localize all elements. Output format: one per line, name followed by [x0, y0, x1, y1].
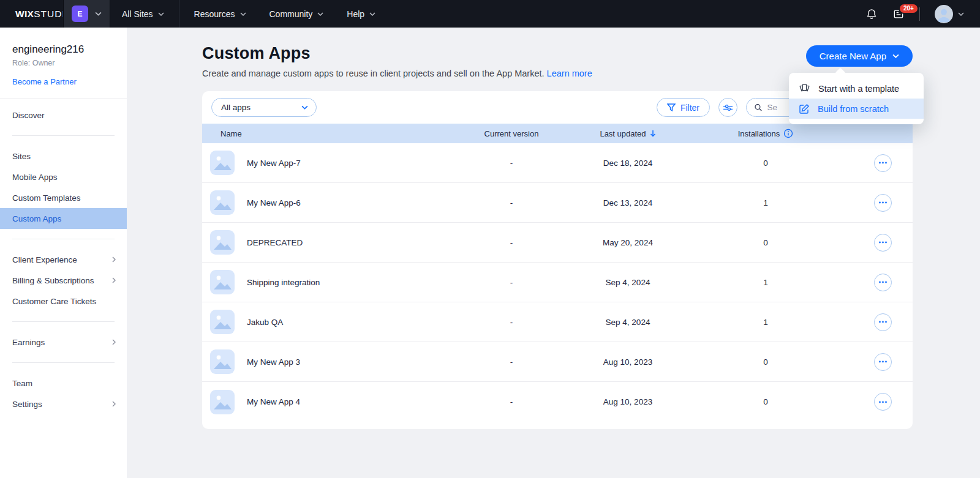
account-role: Role: Owner	[12, 59, 115, 67]
page-subtitle: Create and manage custom apps to reuse i…	[202, 69, 592, 78]
sidebar-divider	[12, 362, 115, 363]
sidebar-item-label: Settings	[12, 400, 42, 409]
row-actions-button[interactable]	[874, 274, 892, 291]
sidebar-item-earnings[interactable]: Earnings	[0, 332, 127, 353]
chevron-down-icon	[892, 54, 899, 58]
sidebar-item-billing-subscriptions[interactable]: Billing & Subscriptions	[0, 270, 127, 291]
ellipsis-icon	[879, 401, 887, 403]
account-menu-button[interactable]	[935, 5, 964, 23]
sidebar-item-label: Team	[12, 379, 32, 388]
app-version: -	[466, 357, 557, 367]
menu-item-label: Start with a template	[818, 84, 899, 94]
filter-button-label: Filter	[680, 103, 699, 113]
sidebar-item-custom-templates[interactable]: Custom Templates	[0, 187, 127, 208]
sidebar-divider	[12, 135, 115, 136]
topbar: WIXSTUDIO E All Sites Resources Communit…	[0, 0, 980, 28]
sidebar-item-sites[interactable]: Sites	[0, 146, 127, 166]
app-thumbnail-image-icon	[210, 390, 235, 414]
sidebar-group-org: Team Settings	[0, 367, 127, 420]
app-thumbnail-image-icon	[210, 310, 235, 334]
app-version: -	[466, 159, 557, 168]
sidebar-item-label: Custom Templates	[12, 193, 81, 203]
app-last-updated: Sep 4, 2024	[557, 318, 698, 327]
ellipsis-icon	[879, 321, 887, 323]
row-actions-button[interactable]	[874, 393, 892, 411]
apps-table-card: All apps Filter Name Current v	[202, 91, 913, 429]
sidebar-item-label: Custom Apps	[12, 214, 61, 223]
table-row[interactable]: My New App-7 - Dec 18, 2024 0	[202, 143, 913, 183]
column-header-last-updated[interactable]: Last updated	[557, 129, 698, 138]
topnav-label: Help	[347, 9, 364, 19]
menu-item-build-from-scratch[interactable]: Build from scratch	[789, 99, 924, 119]
chevron-down-icon	[317, 12, 323, 16]
sidebar-item-client-experience[interactable]: Client Experience	[0, 249, 127, 270]
create-new-app-button[interactable]: Create New App	[806, 45, 913, 67]
column-header-current-version[interactable]: Current version	[466, 129, 557, 138]
topnav-resources[interactable]: Resources	[183, 0, 258, 28]
row-actions-button[interactable]	[874, 194, 892, 212]
app-version: -	[466, 198, 557, 207]
sidebar-item-customer-care-tickets[interactable]: Customer Care Tickets	[0, 291, 127, 312]
table-row[interactable]: Jakub QA - Sep 4, 2024 1	[202, 302, 913, 342]
funnel-icon	[667, 103, 676, 111]
sidebar-item-settings[interactable]: Settings	[0, 394, 127, 414]
app-last-updated: Aug 10, 2023	[557, 357, 698, 367]
template-fan-icon	[799, 84, 810, 93]
table-row[interactable]: DEPRECATED - May 20, 2024 0	[202, 223, 913, 263]
ellipsis-icon	[879, 162, 887, 164]
app-thumbnail-image-icon	[210, 151, 235, 175]
topnav-all-sites[interactable]: All Sites	[110, 0, 179, 28]
row-actions-button[interactable]	[874, 353, 892, 371]
become-a-partner-link[interactable]: Become a Partner	[12, 77, 115, 86]
menu-item-label: Build from scratch	[818, 104, 889, 114]
sidebar-item-team[interactable]: Team	[0, 373, 127, 394]
chevron-right-icon	[112, 277, 116, 283]
learn-more-link[interactable]: Learn more	[547, 69, 592, 78]
row-actions-button[interactable]	[874, 154, 892, 172]
topnav-label: All Sites	[122, 9, 153, 19]
column-header-label: Current version	[484, 129, 539, 138]
app-name: My New App-7	[247, 159, 301, 168]
sidebar: engineering216 Role: Owner Become a Part…	[0, 28, 127, 478]
menu-item-start-with-template[interactable]: Start with a template	[789, 78, 924, 99]
app-thumbnail-image-icon	[210, 190, 235, 215]
row-actions-button[interactable]	[874, 234, 892, 252]
apps-filter-select[interactable]: All apps	[211, 98, 317, 117]
app-name: DEPRECATED	[247, 238, 303, 247]
app-last-updated: Aug 10, 2023	[557, 397, 698, 406]
app-name: My New App-6	[247, 198, 301, 207]
app-last-updated: Sep 4, 2024	[557, 278, 698, 287]
view-options-button[interactable]	[718, 98, 737, 117]
app-thumbnail-image-icon	[210, 349, 235, 374]
avatar	[935, 5, 953, 23]
sidebar-item-custom-apps[interactable]: Custom Apps	[0, 208, 127, 229]
app-thumbnail-image-icon	[210, 270, 235, 294]
column-header-installations[interactable]: Installations	[698, 129, 833, 138]
app-name: My New App 3	[247, 357, 300, 367]
info-icon[interactable]	[783, 129, 793, 138]
sidebar-group-clients: Client Experience Billing & Subscription…	[0, 244, 127, 317]
column-header-name[interactable]: Name	[202, 129, 466, 138]
table-row[interactable]: My New App 4 - Aug 10, 2023 0	[202, 382, 913, 422]
create-new-app-label: Create New App	[820, 51, 886, 61]
news-feed-button[interactable]: 20+	[892, 8, 905, 20]
sort-descending-icon	[650, 130, 656, 137]
table-row[interactable]: My New App-6 - Dec 13, 2024 1	[202, 183, 913, 223]
sidebar-item-label: Billing & Subscriptions	[12, 276, 94, 285]
sidebar-item-mobile-apps[interactable]: Mobile Apps	[0, 166, 127, 187]
workspace-switcher[interactable]: E	[63, 0, 110, 28]
filter-button[interactable]: Filter	[657, 98, 710, 117]
app-installations: 0	[698, 159, 833, 168]
page-header-text: Custom Apps Create and manage custom app…	[202, 44, 592, 78]
notifications-bell-button[interactable]	[865, 7, 878, 20]
notifications-count-badge: 20+	[899, 3, 919, 14]
table-row[interactable]: Shipping integration - Sep 4, 2024 1	[202, 263, 913, 302]
sidebar-item-discover[interactable]: Discover	[0, 105, 127, 125]
chevron-down-icon	[95, 12, 102, 16]
table-row[interactable]: My New App 3 - Aug 10, 2023 0	[202, 342, 913, 382]
topnav-help[interactable]: Help	[335, 0, 387, 28]
person-icon	[935, 5, 953, 23]
pencil-square-icon	[799, 103, 810, 114]
row-actions-button[interactable]	[874, 313, 892, 331]
topnav-community[interactable]: Community	[258, 0, 336, 28]
